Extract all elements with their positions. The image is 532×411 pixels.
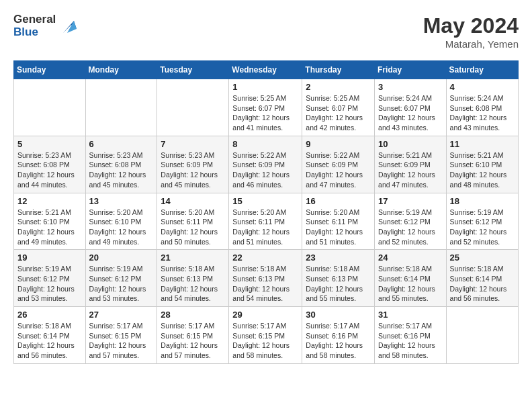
day-info: Sunrise: 5:19 AM Sunset: 6:12 PM Dayligh… — [89, 264, 154, 304]
calendar-cell: 30Sunrise: 5:17 AM Sunset: 6:16 PM Dayli… — [302, 307, 375, 364]
weekday-header-sunday: Sunday — [14, 61, 86, 79]
calendar-cell: 16Sunrise: 5:20 AM Sunset: 6:11 PM Dayli… — [302, 193, 375, 250]
day-number: 13 — [89, 196, 154, 206]
day-info: Sunrise: 5:22 AM Sunset: 6:09 PM Dayligh… — [232, 150, 298, 190]
day-number: 18 — [450, 196, 515, 206]
day-number: 22 — [232, 253, 298, 263]
calendar-cell: 19Sunrise: 5:19 AM Sunset: 6:12 PM Dayli… — [14, 250, 86, 307]
calendar-cell: 22Sunrise: 5:18 AM Sunset: 6:13 PM Dayli… — [229, 250, 302, 307]
calendar-cell: 2Sunrise: 5:25 AM Sunset: 6:07 PM Daylig… — [302, 79, 375, 136]
day-info: Sunrise: 5:19 AM Sunset: 6:12 PM Dayligh… — [450, 208, 515, 247]
calendar-cell: 4Sunrise: 5:24 AM Sunset: 6:08 PM Daylig… — [446, 79, 518, 136]
calendar-cell: 23Sunrise: 5:18 AM Sunset: 6:13 PM Dayli… — [302, 250, 375, 307]
weekday-header-saturday: Saturday — [446, 61, 518, 79]
day-info: Sunrise: 5:24 AM Sunset: 6:07 PM Dayligh… — [378, 93, 443, 133]
calendar-cell: 26Sunrise: 5:18 AM Sunset: 6:14 PM Dayli… — [14, 307, 86, 364]
calendar-week-3: 12Sunrise: 5:21 AM Sunset: 6:10 PM Dayli… — [14, 193, 519, 250]
calendar-cell: 14Sunrise: 5:20 AM Sunset: 6:11 PM Dayli… — [157, 193, 229, 250]
day-number: 8 — [232, 139, 298, 149]
calendar-cell: 31Sunrise: 5:17 AM Sunset: 6:16 PM Dayli… — [375, 307, 447, 364]
day-info: Sunrise: 5:18 AM Sunset: 6:14 PM Dayligh… — [378, 264, 443, 304]
day-number: 29 — [232, 310, 298, 320]
page-header: General Blue May 2024 Matarah, Yemen — [13, 13, 519, 50]
calendar-cell — [14, 79, 86, 136]
day-number: 14 — [161, 196, 225, 206]
day-number: 11 — [450, 139, 515, 149]
day-number: 21 — [161, 253, 225, 263]
day-info: Sunrise: 5:18 AM Sunset: 6:14 PM Dayligh… — [17, 321, 82, 361]
day-info: Sunrise: 5:18 AM Sunset: 6:14 PM Dayligh… — [450, 264, 515, 304]
calendar-cell: 11Sunrise: 5:21 AM Sunset: 6:10 PM Dayli… — [446, 136, 518, 193]
day-info: Sunrise: 5:21 AM Sunset: 6:10 PM Dayligh… — [450, 150, 515, 190]
logo-icon — [58, 15, 79, 37]
day-info: Sunrise: 5:20 AM Sunset: 6:10 PM Dayligh… — [89, 208, 154, 247]
day-info: Sunrise: 5:23 AM Sunset: 6:08 PM Dayligh… — [17, 150, 82, 190]
day-number: 24 — [378, 253, 443, 263]
calendar-cell: 8Sunrise: 5:22 AM Sunset: 6:09 PM Daylig… — [229, 136, 302, 193]
calendar-cell: 28Sunrise: 5:17 AM Sunset: 6:15 PM Dayli… — [157, 307, 229, 364]
day-number: 1 — [232, 82, 298, 92]
day-info: Sunrise: 5:22 AM Sunset: 6:09 PM Dayligh… — [306, 150, 371, 190]
calendar-cell: 5Sunrise: 5:23 AM Sunset: 6:08 PM Daylig… — [14, 136, 86, 193]
day-info: Sunrise: 5:18 AM Sunset: 6:13 PM Dayligh… — [161, 264, 225, 304]
day-number: 6 — [89, 139, 154, 149]
day-number: 20 — [89, 253, 154, 263]
day-info: Sunrise: 5:18 AM Sunset: 6:13 PM Dayligh… — [306, 264, 371, 304]
day-info: Sunrise: 5:23 AM Sunset: 6:09 PM Dayligh… — [161, 150, 225, 190]
day-info: Sunrise: 5:21 AM Sunset: 6:09 PM Dayligh… — [378, 150, 443, 190]
day-number: 9 — [306, 139, 371, 149]
day-number: 7 — [161, 139, 225, 149]
weekday-header-tuesday: Tuesday — [157, 61, 229, 79]
day-info: Sunrise: 5:17 AM Sunset: 6:15 PM Dayligh… — [89, 321, 154, 361]
calendar-cell: 21Sunrise: 5:18 AM Sunset: 6:13 PM Dayli… — [157, 250, 229, 307]
day-info: Sunrise: 5:17 AM Sunset: 6:15 PM Dayligh… — [232, 321, 298, 361]
calendar-cell: 9Sunrise: 5:22 AM Sunset: 6:09 PM Daylig… — [302, 136, 375, 193]
logo: General Blue — [13, 13, 79, 38]
day-info: Sunrise: 5:18 AM Sunset: 6:13 PM Dayligh… — [232, 264, 298, 304]
calendar-cell — [157, 79, 229, 136]
day-number: 17 — [378, 196, 443, 206]
calendar-cell: 20Sunrise: 5:19 AM Sunset: 6:12 PM Dayli… — [85, 250, 157, 307]
weekday-header-row: SundayMondayTuesdayWednesdayThursdayFrid… — [14, 61, 519, 79]
calendar-cell: 7Sunrise: 5:23 AM Sunset: 6:09 PM Daylig… — [157, 136, 229, 193]
day-info: Sunrise: 5:17 AM Sunset: 6:15 PM Dayligh… — [161, 321, 225, 361]
day-number: 30 — [306, 310, 371, 320]
day-info: Sunrise: 5:25 AM Sunset: 6:07 PM Dayligh… — [232, 93, 298, 133]
weekday-header-monday: Monday — [85, 61, 157, 79]
day-info: Sunrise: 5:17 AM Sunset: 6:16 PM Dayligh… — [378, 321, 443, 361]
day-number: 26 — [17, 310, 82, 320]
day-number: 2 — [306, 82, 371, 92]
day-number: 3 — [378, 82, 443, 92]
day-number: 28 — [161, 310, 225, 320]
calendar-week-2: 5Sunrise: 5:23 AM Sunset: 6:08 PM Daylig… — [14, 136, 519, 193]
calendar-cell: 15Sunrise: 5:20 AM Sunset: 6:11 PM Dayli… — [229, 193, 302, 250]
month-year: May 2024 — [423, 13, 519, 38]
day-number: 19 — [17, 253, 82, 263]
calendar-cell: 1Sunrise: 5:25 AM Sunset: 6:07 PM Daylig… — [229, 79, 302, 136]
day-number: 15 — [232, 196, 298, 206]
day-info: Sunrise: 5:19 AM Sunset: 6:12 PM Dayligh… — [378, 208, 443, 247]
calendar-week-1: 1Sunrise: 5:25 AM Sunset: 6:07 PM Daylig… — [14, 79, 519, 136]
calendar-cell: 24Sunrise: 5:18 AM Sunset: 6:14 PM Dayli… — [375, 250, 447, 307]
day-number: 4 — [450, 82, 515, 92]
calendar-table: SundayMondayTuesdayWednesdayThursdayFrid… — [13, 60, 519, 364]
calendar-cell — [85, 79, 157, 136]
day-info: Sunrise: 5:20 AM Sunset: 6:11 PM Dayligh… — [161, 208, 225, 247]
title-block: May 2024 Matarah, Yemen — [423, 13, 519, 50]
calendar-cell: 10Sunrise: 5:21 AM Sunset: 6:09 PM Dayli… — [375, 136, 447, 193]
calendar-cell: 27Sunrise: 5:17 AM Sunset: 6:15 PM Dayli… — [85, 307, 157, 364]
day-number: 16 — [306, 196, 371, 206]
day-info: Sunrise: 5:23 AM Sunset: 6:08 PM Dayligh… — [89, 150, 154, 190]
day-number: 25 — [450, 253, 515, 263]
day-number: 12 — [17, 196, 82, 206]
weekday-header-thursday: Thursday — [302, 61, 375, 79]
calendar-cell: 18Sunrise: 5:19 AM Sunset: 6:12 PM Dayli… — [446, 193, 518, 250]
logo-line2: Blue — [13, 26, 56, 39]
day-info: Sunrise: 5:19 AM Sunset: 6:12 PM Dayligh… — [17, 264, 82, 304]
calendar-cell: 29Sunrise: 5:17 AM Sunset: 6:15 PM Dayli… — [229, 307, 302, 364]
logo-line1: General — [13, 13, 56, 26]
calendar-cell: 3Sunrise: 5:24 AM Sunset: 6:07 PM Daylig… — [375, 79, 447, 136]
calendar-week-5: 26Sunrise: 5:18 AM Sunset: 6:14 PM Dayli… — [14, 307, 519, 364]
day-info: Sunrise: 5:20 AM Sunset: 6:11 PM Dayligh… — [306, 208, 371, 247]
calendar-cell — [446, 307, 518, 364]
